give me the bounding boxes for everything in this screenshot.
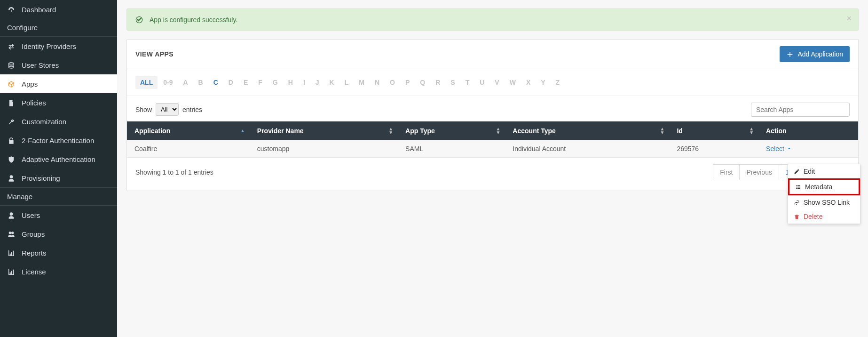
cell-account_type: Individual Account bbox=[505, 140, 669, 158]
alert-message: App is configured successfuly. bbox=[150, 16, 237, 24]
dropdown-item-show-sso-link[interactable]: Show SSO Link bbox=[788, 195, 860, 209]
alert-success: App is configured successfuly. × bbox=[126, 8, 859, 31]
alpha-filter-g[interactable]: G bbox=[268, 76, 283, 89]
entries-label: entries bbox=[182, 106, 202, 113]
sidebar-item-reports[interactable]: Reports bbox=[0, 243, 117, 262]
col-application[interactable]: Application▲ bbox=[127, 121, 250, 140]
sidebar-item-dashboard[interactable]: Dashboard bbox=[0, 0, 117, 19]
list-icon bbox=[795, 184, 801, 190]
alpha-filter-m[interactable]: M bbox=[354, 76, 369, 89]
apps-table: Application▲Provider Name▲▼App Type▲▼Acc… bbox=[127, 121, 858, 158]
alpha-filter-k[interactable]: K bbox=[325, 76, 339, 89]
exchange-icon bbox=[7, 42, 16, 50]
add-application-label: Add Application bbox=[797, 50, 843, 58]
col-app_type[interactable]: App Type▲▼ bbox=[398, 121, 505, 140]
cell-provider_name: customapp bbox=[250, 140, 398, 158]
entries-select[interactable]: All bbox=[156, 103, 179, 116]
alpha-filter-n[interactable]: N bbox=[370, 76, 384, 89]
alert-close-button[interactable]: × bbox=[846, 14, 852, 24]
show-label: Show bbox=[135, 106, 152, 113]
alpha-filter-y[interactable]: Y bbox=[536, 76, 550, 89]
dropdown-item-label: Edit bbox=[804, 168, 815, 175]
sidebar-item-label: User Stores bbox=[22, 61, 59, 69]
sidebar-item-label: Groups bbox=[22, 230, 45, 238]
dropdown-item-label: Metadata bbox=[805, 183, 832, 191]
action-select-toggle[interactable]: Select bbox=[766, 145, 792, 152]
sidebar-item-label: Policies bbox=[22, 99, 46, 107]
sidebar-item-label: Customization bbox=[22, 118, 66, 126]
alpha-filter-q[interactable]: Q bbox=[415, 76, 430, 89]
sidebar-item-label: Users bbox=[22, 211, 40, 219]
sidebar-item-provisioning[interactable]: Provisioning bbox=[0, 168, 117, 187]
chart-icon bbox=[7, 249, 16, 257]
sidebar-item-user-stores[interactable]: User Stores bbox=[0, 56, 117, 74]
alpha-filter-w[interactable]: W bbox=[505, 76, 521, 89]
alpha-filter-o[interactable]: O bbox=[385, 76, 400, 89]
edit-icon bbox=[794, 168, 800, 175]
cube-icon bbox=[7, 80, 16, 88]
dropdown-item-edit[interactable]: Edit bbox=[788, 164, 860, 178]
col-id[interactable]: Id▲▼ bbox=[669, 121, 758, 140]
user-icon bbox=[7, 174, 16, 182]
alpha-filter-v[interactable]: V bbox=[490, 76, 504, 89]
search-input[interactable] bbox=[751, 103, 850, 117]
database-icon bbox=[7, 61, 16, 69]
sidebar-item-apps[interactable]: Apps bbox=[0, 74, 117, 93]
add-application-button[interactable]: Add Application bbox=[780, 46, 850, 62]
apps-panel: VIEW APPS Add Application ALL0-9ABCDEFGH… bbox=[126, 39, 859, 191]
alpha-filter-all[interactable]: ALL bbox=[135, 76, 158, 89]
alpha-filter-d[interactable]: D bbox=[224, 76, 238, 89]
lock-icon bbox=[7, 136, 16, 144]
shield-icon bbox=[7, 155, 16, 163]
sidebar-item-license[interactable]: License bbox=[0, 262, 117, 281]
sidebar-item-users[interactable]: Users bbox=[0, 206, 117, 225]
cell-app_type: SAML bbox=[398, 140, 505, 158]
dropdown-item-metadata[interactable]: Metadata bbox=[788, 178, 860, 195]
col-provider_name[interactable]: Provider Name▲▼ bbox=[250, 121, 398, 140]
pager-prev[interactable]: Previous bbox=[740, 164, 779, 180]
alpha-filter-s[interactable]: S bbox=[446, 76, 459, 89]
alpha-filter-u[interactable]: U bbox=[475, 76, 489, 89]
sidebar-item-label: 2-Factor Authentication bbox=[22, 136, 94, 144]
table-controls: Show All entries bbox=[127, 96, 858, 121]
action-dropdown: EditMetadataShow SSO LinkDelete bbox=[788, 164, 860, 224]
cell-action: Select bbox=[758, 140, 858, 158]
sidebar-item-two-factor[interactable]: 2-Factor Authentication bbox=[0, 131, 117, 150]
sidebar-item-adaptive-auth[interactable]: Adaptive Authentication bbox=[0, 150, 117, 168]
alpha-filter-j[interactable]: J bbox=[311, 76, 324, 89]
dropdown-item-label: Delete bbox=[804, 213, 822, 220]
alpha-filter-f[interactable]: F bbox=[253, 76, 267, 89]
sidebar: DashboardConfigureIdentity ProvidersUser… bbox=[0, 0, 117, 337]
alpha-filter-z[interactable]: Z bbox=[551, 76, 565, 89]
alpha-filter-a[interactable]: A bbox=[178, 76, 192, 89]
sidebar-item-label: Provisioning bbox=[22, 174, 60, 182]
sidebar-item-identity-providers[interactable]: Identity Providers bbox=[0, 37, 117, 56]
alpha-filter-p[interactable]: P bbox=[401, 76, 414, 89]
panel-title: VIEW APPS bbox=[135, 50, 174, 58]
alpha-filter-0-9[interactable]: 0-9 bbox=[158, 76, 177, 89]
sidebar-item-policies[interactable]: Policies bbox=[0, 93, 117, 112]
alpha-filter-c[interactable]: C bbox=[209, 76, 223, 89]
col-account_type[interactable]: Account Type▲▼ bbox=[505, 121, 669, 140]
alpha-filter-i[interactable]: I bbox=[299, 76, 310, 89]
alpha-filter-r[interactable]: R bbox=[431, 76, 445, 89]
show-entries: Show All entries bbox=[135, 103, 202, 116]
pager-first[interactable]: First bbox=[713, 164, 740, 180]
trash-icon bbox=[794, 213, 800, 220]
sidebar-item-groups[interactable]: Groups bbox=[0, 225, 117, 243]
sidebar-section-header: Configure bbox=[0, 19, 117, 37]
sidebar-item-customization[interactable]: Customization bbox=[0, 112, 117, 131]
alpha-filter-e[interactable]: E bbox=[239, 76, 253, 89]
alpha-filter-x[interactable]: X bbox=[521, 76, 535, 89]
sidebar-item-label: Apps bbox=[22, 80, 38, 88]
dropdown-item-delete[interactable]: Delete bbox=[788, 209, 860, 224]
alpha-filter-t[interactable]: T bbox=[461, 76, 474, 89]
alpha-filter-b[interactable]: B bbox=[194, 76, 208, 89]
check-circle-icon bbox=[135, 16, 143, 24]
cell-id: 269576 bbox=[669, 140, 758, 158]
table-footer: Showing 1 to 1 of 1 entries First Previo… bbox=[127, 158, 858, 191]
table-info: Showing 1 to 1 of 1 entries bbox=[135, 168, 213, 176]
plus-icon bbox=[786, 50, 794, 58]
alpha-filter-l[interactable]: L bbox=[340, 76, 354, 89]
alpha-filter-h[interactable]: H bbox=[284, 76, 298, 89]
